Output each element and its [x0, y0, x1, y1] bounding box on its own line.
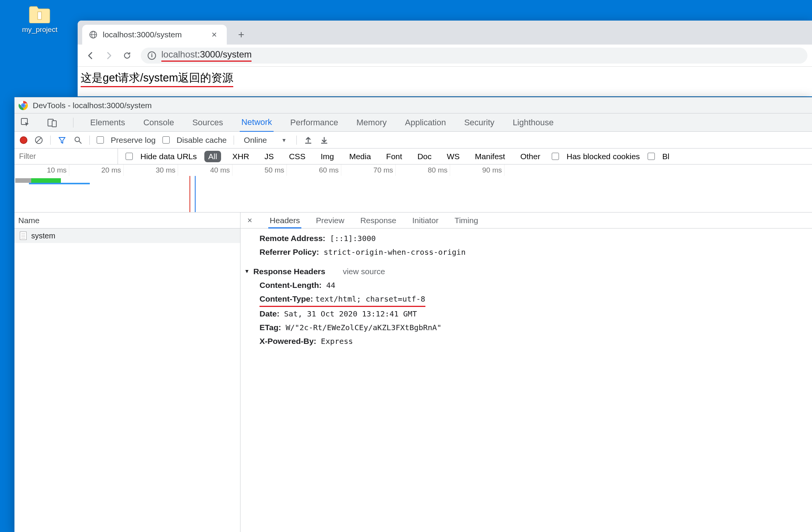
disable-cache-checkbox[interactable]	[162, 136, 170, 144]
load-marker	[195, 176, 196, 212]
type-other[interactable]: Other	[516, 151, 544, 162]
close-tab-icon[interactable]: ×	[209, 28, 220, 42]
chevron-down-icon: ▼	[244, 267, 250, 276]
detail-tab-response[interactable]: Response	[359, 214, 398, 227]
clear-button[interactable]	[34, 136, 43, 145]
hide-data-urls-label: Hide data URLs	[140, 152, 197, 161]
preserve-log-checkbox[interactable]	[97, 136, 104, 144]
type-media[interactable]: Media	[345, 151, 375, 162]
devtools-titlebar: DevTools - localhost:3000/system	[14, 97, 812, 113]
filter-input[interactable]	[14, 149, 118, 164]
svg-line-14	[79, 141, 81, 144]
tab-network[interactable]: Network	[240, 113, 274, 132]
forward-button[interactable]	[100, 47, 117, 64]
type-js[interactable]: JS	[261, 151, 278, 162]
has-blocked-cookies-label: Has blocked cookies	[567, 152, 640, 161]
type-manifest[interactable]: Manifest	[471, 151, 509, 162]
chrome-logo-icon	[18, 101, 28, 110]
preserve-log-label: Preserve log	[111, 136, 156, 145]
chevron-down-icon: ▼	[282, 137, 287, 143]
tick: 80 ms	[419, 166, 450, 174]
tick: 70 ms	[365, 166, 395, 174]
browser-tab[interactable]: localhost:3000/system ×	[82, 25, 227, 45]
detail-tab-timing[interactable]: Timing	[453, 214, 479, 227]
domcontentloaded-marker	[189, 176, 190, 212]
tick: 20 ms	[93, 166, 123, 174]
page-body-text: 这是get请求/system返回的资源	[81, 70, 233, 87]
tick: 90 ms	[474, 166, 504, 174]
tab-performance[interactable]: Performance	[289, 114, 340, 131]
svg-line-12	[37, 138, 41, 142]
back-button[interactable]	[82, 47, 99, 64]
filter-toggle-icon[interactable]	[57, 136, 67, 145]
tab-elements[interactable]: Elements	[89, 114, 127, 131]
network-controls: Preserve log Disable cache Online ▼	[14, 132, 812, 149]
waterfall-bar	[29, 183, 90, 184]
disable-cache-label: Disable cache	[177, 136, 227, 145]
address-text: localhost:3000/system	[161, 49, 252, 62]
detail-tabs: × Headers Preview Response Initiator Tim…	[240, 212, 812, 228]
globe-icon	[89, 30, 97, 39]
tab-security[interactable]: Security	[463, 114, 496, 131]
request-list-panel: Name system	[14, 212, 240, 532]
name-column-header[interactable]: Name	[14, 212, 240, 228]
has-blocked-cookies-checkbox[interactable]	[552, 153, 559, 160]
detail-tab-initiator[interactable]: Initiator	[411, 214, 440, 227]
svg-point-13	[75, 137, 80, 142]
type-img[interactable]: Img	[317, 151, 338, 162]
blocked-requests-checkbox[interactable]	[648, 153, 655, 160]
close-detail-icon[interactable]: ×	[247, 216, 252, 225]
folder-label: my_project	[22, 26, 57, 34]
upload-har-icon[interactable]	[304, 136, 313, 145]
type-css[interactable]: CSS	[285, 151, 309, 162]
waterfall-bar	[31, 178, 61, 183]
type-xhr[interactable]: XHR	[229, 151, 253, 162]
devtools-window: DevTools - localhost:3000/system Element…	[14, 97, 812, 532]
tick: 40 ms	[202, 166, 232, 174]
type-font[interactable]: Font	[382, 151, 406, 162]
record-button[interactable]	[20, 136, 27, 144]
divider	[73, 118, 73, 128]
tick: 10 ms	[38, 166, 69, 174]
device-toggle-icon[interactable]	[46, 117, 58, 128]
response-headers-section[interactable]: ▼ Response Headers view source	[244, 265, 801, 278]
filter-row: Hide data URLs All XHR JS CSS Img Media …	[14, 149, 812, 165]
tick: 60 ms	[310, 166, 341, 174]
filter-types: All XHR JS CSS Img Media Font Doc WS Man…	[204, 151, 544, 162]
header-date: Date: Sat, 31 Oct 2020 13:12:41 GMT	[251, 307, 801, 321]
svg-rect-10	[52, 121, 56, 127]
reload-button[interactable]	[119, 47, 135, 64]
tab-memory[interactable]: Memory	[355, 114, 388, 131]
tab-lighthouse[interactable]: Lighthouse	[511, 114, 555, 131]
type-all[interactable]: All	[204, 151, 221, 162]
header-etag: ETag: W/"2c-Rt/EWeZolCEy/aKZL3FXtBgbRnA"	[251, 321, 801, 334]
timeline[interactable]: 10 ms 20 ms 30 ms 40 ms 50 ms 60 ms 70 m…	[14, 165, 812, 212]
tick: 50 ms	[256, 166, 287, 174]
hide-data-urls-checkbox[interactable]	[126, 153, 133, 160]
detail-tab-headers[interactable]: Headers	[268, 214, 301, 228]
tab-sources[interactable]: Sources	[191, 114, 224, 131]
tab-title: localhost:3000/system	[103, 30, 182, 39]
tab-application[interactable]: Application	[403, 114, 447, 131]
download-har-icon[interactable]	[320, 136, 329, 145]
desktop-folder[interactable]: my_project	[22, 6, 57, 34]
throttling-dropdown[interactable]: Online ▼	[241, 135, 290, 145]
inspect-icon[interactable]	[20, 117, 31, 128]
search-icon[interactable]	[73, 136, 83, 145]
header-x-powered-by: X-Powered-By: Express	[251, 334, 801, 348]
type-ws[interactable]: WS	[443, 151, 463, 162]
tick: 30 ms	[147, 166, 178, 174]
devtools-tabs: Elements Console Sources Network Perform…	[14, 113, 812, 132]
browser-toolbar: i localhost:3000/system	[78, 45, 812, 67]
devtools-title: DevTools - localhost:3000/system	[33, 101, 152, 110]
detail-tab-preview[interactable]: Preview	[314, 214, 346, 227]
address-bar[interactable]: i localhost:3000/system	[141, 48, 807, 64]
type-doc[interactable]: Doc	[414, 151, 435, 162]
tab-console[interactable]: Console	[142, 114, 176, 131]
view-source-link[interactable]: view source	[343, 265, 385, 278]
waterfall-bar	[15, 178, 31, 183]
svg-rect-0	[38, 12, 41, 19]
new-tab-button[interactable]: +	[234, 27, 249, 42]
site-info-icon[interactable]: i	[148, 51, 156, 60]
request-row[interactable]: system	[14, 228, 240, 243]
